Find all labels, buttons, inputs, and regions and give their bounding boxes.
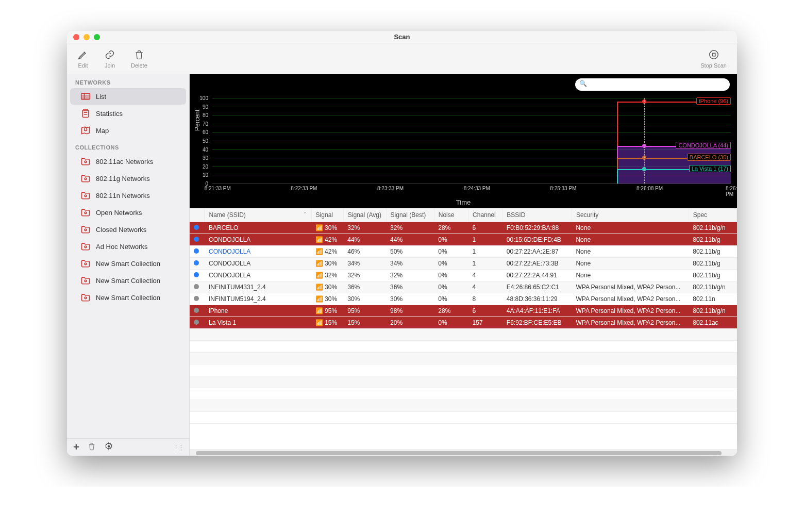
col-noise[interactable]: Noise bbox=[434, 208, 468, 222]
sidebar-item-closed-networks[interactable]: Closed Networks bbox=[70, 221, 186, 238]
status-dot-icon bbox=[194, 260, 199, 265]
table-row[interactable]: BARCELO📶30%32%32%28%6F0:B0:52:29:BA:88No… bbox=[190, 222, 737, 234]
sidebar-item-80211g[interactable]: 802.11g Networks bbox=[70, 170, 186, 187]
wifi-icon: 📶 bbox=[315, 272, 323, 279]
ytick: 90 bbox=[203, 104, 208, 109]
col-channel[interactable]: Channel bbox=[468, 208, 502, 222]
wifi-icon: 📶 bbox=[315, 295, 323, 303]
map-icon bbox=[80, 125, 91, 136]
col-signal-avg[interactable]: Signal (Avg) bbox=[343, 208, 386, 222]
xtick: 8:26:08 PM bbox=[636, 186, 663, 191]
stop-scan-button[interactable]: Stop Scan bbox=[700, 49, 727, 69]
status-dot-icon bbox=[194, 225, 199, 230]
sidebar-item-80211n[interactable]: 802.11n Networks bbox=[70, 187, 186, 204]
traffic-lights bbox=[67, 34, 100, 40]
series-label: BARCELO (30) bbox=[687, 154, 731, 161]
stop-icon bbox=[708, 49, 719, 60]
trash-icon bbox=[133, 49, 145, 60]
join-button[interactable]: Join bbox=[104, 49, 115, 69]
ytick: 10 bbox=[203, 172, 208, 178]
smart-folder-icon bbox=[80, 292, 91, 303]
sidebar-item-smart-collection-1[interactable]: New Smart Collection bbox=[70, 255, 186, 272]
col-name[interactable]: Name (SSID)⌃ bbox=[205, 208, 311, 222]
table-row-empty bbox=[190, 329, 737, 341]
table-row[interactable]: CONDOJOLLA📶32%32%32%0%400:27:22:2A:44:91… bbox=[190, 270, 737, 281]
app-window: Scan Edit Join Delete Stop Scan bbox=[67, 31, 737, 456]
svg-point-10 bbox=[85, 161, 87, 163]
smart-folder-icon bbox=[80, 275, 91, 286]
table-row[interactable]: La Vista 1📶15%15%20%0%157F6:92:BF:CE:E5:… bbox=[190, 317, 737, 329]
smart-folder-icon bbox=[80, 258, 91, 269]
resize-grip-icon[interactable]: ⋮⋮ bbox=[173, 443, 183, 451]
svg-rect-1 bbox=[712, 53, 715, 56]
wifi-icon: 📶 bbox=[315, 307, 323, 314]
close-window-button[interactable] bbox=[73, 34, 79, 40]
sidebar-item-list[interactable]: List bbox=[70, 88, 186, 105]
table-row[interactable]: CONDOJOLLA📶42%46%50%0%100:27:22:AA:2E:87… bbox=[190, 246, 737, 258]
status-dot-icon bbox=[194, 320, 199, 325]
table-row-empty bbox=[190, 341, 737, 353]
sidebar-footer: + ⋮⋮ bbox=[67, 438, 189, 456]
minimize-window-button[interactable] bbox=[83, 34, 90, 40]
wifi-icon: 📶 bbox=[315, 224, 323, 231]
table-row[interactable]: INFINITUM5194_2.4📶30%30%30%0%848:8D:36:3… bbox=[190, 293, 737, 305]
toolbar: Edit Join Delete Stop Scan bbox=[67, 43, 737, 74]
status-dot-icon bbox=[194, 296, 199, 301]
smart-folder-icon bbox=[80, 190, 91, 201]
ytick: 80 bbox=[203, 112, 208, 118]
svg-point-18 bbox=[85, 297, 87, 299]
smart-folder-icon bbox=[80, 156, 91, 167]
clipboard-icon bbox=[80, 108, 91, 119]
add-button[interactable]: + bbox=[73, 441, 79, 453]
series-label: iPhone (96) bbox=[696, 97, 731, 105]
sidebar-item-smart-collection-2[interactable]: New Smart Collection bbox=[70, 272, 186, 289]
col-bssid[interactable]: BSSID bbox=[502, 208, 572, 222]
sidebar-item-statistics[interactable]: Statistics bbox=[70, 105, 186, 122]
col-spec[interactable]: Spec bbox=[689, 208, 736, 222]
sort-asc-icon: ⌃ bbox=[303, 211, 307, 217]
chart-cursor bbox=[644, 98, 645, 184]
col-signal-best[interactable]: Signal (Best) bbox=[386, 208, 434, 222]
table-row[interactable]: CONDOJOLLA📶30%34%34%0%100:27:22:AE:73:3B… bbox=[190, 258, 737, 270]
main-pane: Percent 0102030405060708090100 iPhone (9… bbox=[190, 74, 737, 456]
status-dot-icon bbox=[194, 308, 199, 313]
svg-point-12 bbox=[85, 195, 87, 197]
sidebar-item-map[interactable]: Map bbox=[70, 122, 186, 139]
xtick: 8:25:33 PM bbox=[550, 186, 576, 191]
xtick: 8:22:33 PM bbox=[291, 186, 317, 191]
table-row-empty bbox=[190, 388, 737, 400]
footer-trash-button[interactable] bbox=[88, 442, 96, 453]
svg-point-15 bbox=[85, 246, 87, 248]
col-status[interactable] bbox=[190, 208, 205, 222]
delete-button[interactable]: Delete bbox=[131, 49, 147, 69]
xtick: 8:23:33 PM bbox=[377, 186, 404, 191]
series-label: CONDOJOLLA (44) bbox=[676, 142, 731, 149]
svg-point-16 bbox=[85, 263, 87, 265]
settings-button[interactable] bbox=[104, 442, 113, 453]
table-row[interactable]: iPhone📶95%95%98%28%64A:A4:AF:11:E1:FAWPA… bbox=[190, 305, 737, 317]
status-dot-icon bbox=[194, 248, 199, 254]
table-row[interactable]: INFINITUM4331_2.4📶30%36%36%0%4E4:26:86:6… bbox=[190, 281, 737, 293]
sidebar-item-smart-collection-3[interactable]: New Smart Collection bbox=[70, 289, 186, 306]
search-input[interactable] bbox=[575, 78, 730, 91]
sidebar-item-open-networks[interactable]: Open Networks bbox=[70, 204, 186, 221]
maximize-window-button[interactable] bbox=[94, 34, 100, 40]
col-signal[interactable]: Signal bbox=[311, 208, 343, 222]
col-security[interactable]: Security bbox=[572, 208, 689, 222]
signal-chart[interactable]: Percent 0102030405060708090100 iPhone (9… bbox=[190, 74, 737, 208]
smart-folder-icon bbox=[80, 241, 91, 252]
svg-point-0 bbox=[709, 50, 718, 59]
wifi-icon: 📶 bbox=[315, 260, 323, 267]
sidebar-item-80211ac[interactable]: 802.11ac Networks bbox=[70, 153, 186, 170]
edit-button[interactable]: Edit bbox=[77, 49, 89, 69]
xtick: 8:21:33 PM bbox=[205, 186, 231, 191]
series-label: La Vista 1 (17) bbox=[689, 165, 731, 172]
sidebar-item-adhoc-networks[interactable]: Ad Hoc Networks bbox=[70, 238, 186, 255]
smart-folder-icon bbox=[80, 207, 91, 218]
wifi-icon: 📶 bbox=[315, 236, 323, 243]
networks-table[interactable]: Name (SSID)⌃ Signal Signal (Avg) Signal … bbox=[190, 208, 737, 450]
xtick: 8:26:33 PM bbox=[726, 186, 737, 197]
smart-folder-icon bbox=[80, 173, 91, 184]
horizontal-scrollbar[interactable] bbox=[190, 450, 737, 456]
table-row[interactable]: CONDOJOLLA📶42%44%44%0%100:15:6D:DE:FD:4B… bbox=[190, 234, 737, 246]
